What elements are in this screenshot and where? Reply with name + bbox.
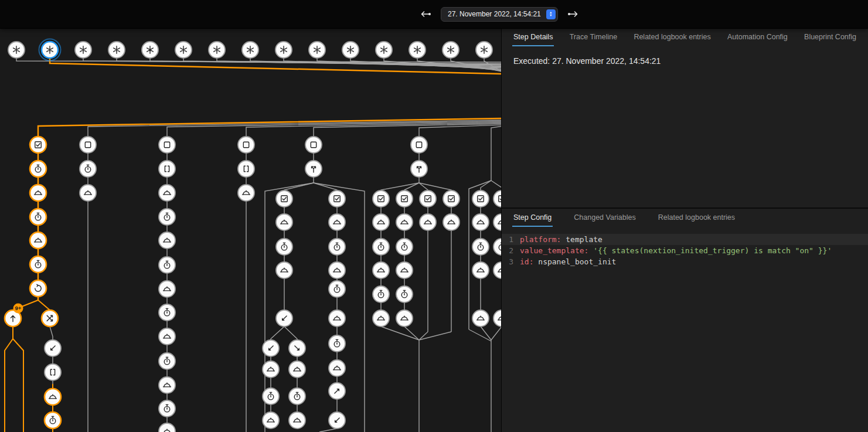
node-dome[interactable] xyxy=(472,262,489,278)
node-dome[interactable] xyxy=(159,423,175,432)
tab-step-details[interactable]: Step Details xyxy=(512,28,554,46)
node-dome[interactable] xyxy=(396,214,413,230)
node-dome[interactable] xyxy=(289,361,305,377)
node-brackets[interactable] xyxy=(238,161,254,177)
node-checkbox-marked[interactable] xyxy=(276,191,292,207)
node-dome[interactable] xyxy=(263,361,279,377)
tab-changed-variables[interactable]: Changed Variables xyxy=(573,209,636,227)
node-asterisk[interactable] xyxy=(309,42,325,58)
node-brackets[interactable] xyxy=(159,161,175,177)
node-arrow-down-left[interactable] xyxy=(276,310,292,326)
node-dome[interactable] xyxy=(472,310,489,326)
node-arrow-down-left[interactable] xyxy=(329,412,345,428)
node-dome[interactable] xyxy=(263,412,279,428)
node-checkbox-marked[interactable] xyxy=(443,191,459,207)
node-dome[interactable] xyxy=(373,262,389,278)
node-dome[interactable] xyxy=(396,262,413,278)
node-checkbox-marked[interactable] xyxy=(373,191,389,207)
node-dome[interactable] xyxy=(373,214,389,230)
node-timer[interactable] xyxy=(289,388,305,404)
node-dome[interactable] xyxy=(159,377,175,393)
node-asterisk[interactable] xyxy=(476,42,492,58)
node-asterisk[interactable] xyxy=(142,42,158,58)
node-timer[interactable] xyxy=(263,388,279,404)
node-repeat[interactable] xyxy=(30,280,46,297)
node-asterisk[interactable] xyxy=(175,42,192,58)
node-dome[interactable] xyxy=(159,232,175,249)
node-brackets[interactable] xyxy=(45,364,61,380)
node-asterisk[interactable] xyxy=(409,42,426,58)
node-dome[interactable] xyxy=(289,412,305,428)
node-checkbox-marked[interactable] xyxy=(30,137,46,153)
node-checkbox-marked[interactable] xyxy=(472,191,489,207)
next-run-icon[interactable] xyxy=(567,10,579,18)
node-checkbox-blank[interactable] xyxy=(411,137,427,153)
node-checkbox-blank[interactable] xyxy=(80,137,96,153)
node-shuffle[interactable] xyxy=(42,310,58,326)
node-timer[interactable] xyxy=(159,353,175,369)
tab-step-config[interactable]: Step Config xyxy=(512,209,553,227)
tab-blueprint-config[interactable]: Blueprint Config xyxy=(803,28,857,46)
node-dome[interactable] xyxy=(329,310,345,326)
node-timer[interactable] xyxy=(159,209,175,225)
node-dome[interactable] xyxy=(329,360,345,376)
node-timer[interactable] xyxy=(396,239,413,255)
tab-automation-config[interactable]: Automation Config xyxy=(726,28,789,46)
node-split[interactable] xyxy=(305,161,322,177)
run-select[interactable]: 27. November 2022, 14:54:21 ▲▼ xyxy=(441,7,558,22)
tab-related-logbook-entries[interactable]: Related logbook entries xyxy=(632,28,712,46)
node-asterisk[interactable] xyxy=(209,42,225,58)
node-checkbox-marked[interactable] xyxy=(493,191,501,207)
node-checkbox-blank[interactable] xyxy=(238,137,254,153)
node-dome[interactable] xyxy=(80,185,96,201)
node-timer[interactable] xyxy=(373,286,389,302)
node-asterisk[interactable] xyxy=(242,42,258,58)
node-asterisk[interactable] xyxy=(275,42,292,58)
node-timer[interactable] xyxy=(329,239,345,255)
trace-graph[interactable]: 9+ xyxy=(0,28,501,432)
node-asterisk[interactable] xyxy=(108,42,125,58)
node-dome[interactable] xyxy=(276,262,292,278)
node-dome[interactable] xyxy=(45,389,61,405)
node-asterisk[interactable] xyxy=(442,42,459,58)
tab-trace-timeline[interactable]: Trace Timeline xyxy=(569,28,619,46)
node-timer[interactable] xyxy=(45,412,61,428)
node-asterisk[interactable] xyxy=(342,42,359,58)
node-checkbox-marked[interactable] xyxy=(329,191,345,207)
node-checkbox-marked[interactable] xyxy=(420,191,436,207)
node-dome[interactable] xyxy=(420,214,436,230)
node-dome[interactable] xyxy=(159,185,175,201)
node-arrow-down-right[interactable] xyxy=(289,340,305,356)
node-timer[interactable] xyxy=(30,161,46,177)
node-dome[interactable] xyxy=(443,214,459,230)
node-dome[interactable] xyxy=(493,214,501,230)
node-timer[interactable] xyxy=(472,239,489,255)
step-config-editor[interactable]: 1platform: template2value_template: '{{ … xyxy=(502,234,868,267)
node-timer[interactable] xyxy=(159,304,175,321)
previous-run-icon[interactable] xyxy=(420,10,431,18)
node-timer[interactable] xyxy=(80,161,96,177)
node-timer[interactable] xyxy=(30,256,46,273)
node-dome[interactable] xyxy=(159,281,175,297)
node-dome[interactable] xyxy=(493,262,501,278)
node-timer[interactable] xyxy=(493,239,501,255)
node-checkbox-blank[interactable] xyxy=(305,137,322,153)
node-timer[interactable] xyxy=(396,286,413,302)
node-arrow-down-left[interactable] xyxy=(263,340,279,356)
node-asterisk[interactable] xyxy=(75,42,91,58)
node-asterisk[interactable] xyxy=(39,39,61,61)
tab-related-logbook-entries-2[interactable]: Related logbook entries xyxy=(657,209,736,227)
node-dome[interactable] xyxy=(373,310,389,326)
node-dome[interactable] xyxy=(276,214,292,230)
node-timer[interactable] xyxy=(159,257,175,273)
node-timer[interactable] xyxy=(329,281,345,297)
node-timer[interactable] xyxy=(373,239,389,255)
node-dome[interactable] xyxy=(396,310,413,326)
node-timer[interactable] xyxy=(276,239,292,255)
node-timer[interactable] xyxy=(30,209,46,225)
trace-graph-pane[interactable]: 9+ xyxy=(0,28,501,432)
node-dome[interactable] xyxy=(159,328,175,345)
node-timer[interactable] xyxy=(159,400,175,417)
node-checkbox-marked[interactable] xyxy=(396,191,413,207)
node-dome[interactable] xyxy=(30,185,46,201)
